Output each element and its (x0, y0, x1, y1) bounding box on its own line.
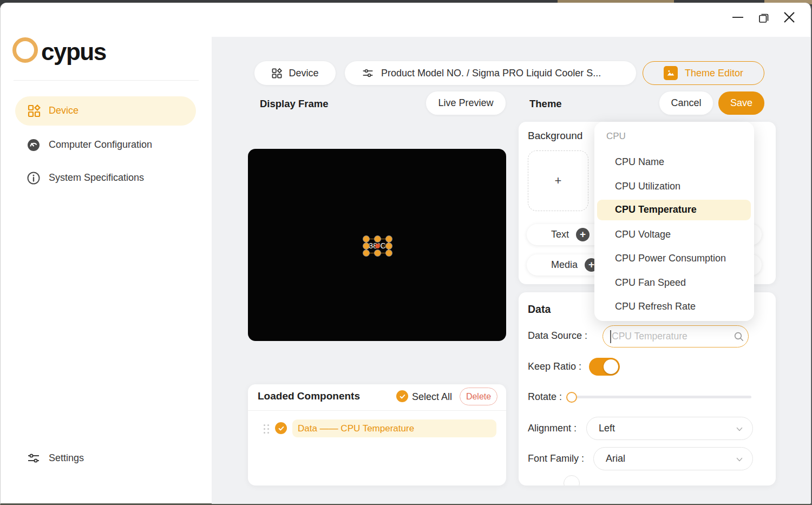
live-preview-label: Live Preview (438, 97, 493, 109)
image-icon (664, 66, 678, 80)
component-checkbox[interactable] (275, 422, 287, 434)
font-family-value: Arial (606, 453, 625, 464)
app-root: cypus Device Computer Configuration Syst… (0, 0, 812, 505)
dropdown-item-cpu-power-consumption[interactable]: CPU Power Consumption (615, 253, 726, 264)
save-button[interactable]: Save (718, 91, 764, 115)
chevron-down-icon (736, 456, 743, 463)
dropdown-item-cpu-utilization[interactable]: CPU Utilization (615, 181, 680, 192)
chevron-down-icon (736, 425, 743, 433)
data-title: Data (528, 303, 551, 316)
delete-button[interactable]: Delete (460, 388, 497, 405)
save-label: Save (730, 97, 752, 109)
resize-handle-w[interactable] (363, 243, 369, 249)
data-panel: Data Data Source : Keep Ratio : Rotate :… (519, 292, 776, 486)
search-icon (734, 331, 744, 342)
check-icon (278, 425, 285, 432)
device-tab-button[interactable]: Device (254, 61, 336, 85)
select-all-label[interactable]: Select All (412, 391, 452, 403)
alignment-select[interactable]: Left (586, 417, 753, 440)
delete-label: Delete (466, 392, 491, 402)
dropdown-item-cpu-name[interactable]: CPU Name (615, 156, 664, 168)
dropdown-group-label: CPU (606, 131, 626, 142)
anchor-point[interactable] (375, 244, 380, 248)
rotate-slider-track[interactable] (572, 396, 751, 398)
select-all-checkbox[interactable] (396, 390, 408, 402)
clipped-control (564, 475, 580, 486)
product-model-selector[interactable]: Product Model NO. / Sigma PRO Liquid Coo… (345, 61, 636, 85)
selected-data-component[interactable]: 38°C (366, 239, 389, 253)
rotate-label: Rotate : (528, 391, 562, 403)
restore-button[interactable] (757, 11, 771, 25)
gauge-icon (27, 138, 41, 152)
dropdown-item-cpu-temperature[interactable]: CPU Temperature (615, 204, 697, 215)
check-icon (399, 393, 406, 400)
toggle-knob (604, 359, 618, 374)
dropdown-item-cpu-refresh-rate[interactable]: CPU Refresh Rate (615, 301, 696, 312)
dropdown-item-cpu-fan-speed[interactable]: CPU Fan Speed (615, 277, 686, 288)
info-icon (27, 171, 41, 185)
product-model-label: Product Model NO. / Sigma PRO Liquid Coo… (381, 68, 601, 79)
sidebar-item-system-specifications-label[interactable]: System Specifications (49, 172, 144, 183)
theme-editor-button[interactable]: Theme Editor (643, 61, 764, 85)
display-preview-canvas[interactable]: 38°C (248, 149, 506, 341)
resize-handle-se[interactable] (386, 250, 392, 256)
logo-circle-icon (12, 37, 38, 63)
background-title: Background (528, 130, 582, 142)
theme-editor-label: Theme Editor (685, 68, 743, 79)
alignment-value: Left (599, 423, 615, 434)
sidebar-divider (14, 80, 199, 81)
sidebar-item-settings[interactable] (15, 448, 196, 470)
device-grid-icon (27, 104, 41, 118)
panel-divider (248, 410, 506, 411)
data-source-input-wrap (603, 325, 749, 347)
plus-circle-icon: + (576, 228, 590, 241)
resize-handle-s[interactable] (375, 250, 381, 256)
rotate-slider-knob[interactable] (566, 392, 577, 403)
cancel-button[interactable]: Cancel (659, 91, 713, 115)
minimize-button[interactable] (731, 11, 745, 24)
logo-text: cypus (41, 38, 106, 66)
loaded-components-title: Loaded Components (258, 390, 360, 402)
font-family-select[interactable]: Arial (593, 447, 753, 470)
alignment-label: Alignment : (528, 423, 577, 434)
resize-handle-n[interactable] (375, 236, 381, 242)
resize-handle-nw[interactable] (363, 236, 369, 242)
sidebar-item-device[interactable] (15, 96, 196, 126)
cancel-label: Cancel (671, 97, 701, 109)
component-list-item[interactable]: Data —— CPU Temperature (292, 419, 496, 437)
sliders-icon (362, 67, 374, 80)
drag-handle[interactable] (264, 424, 269, 434)
sidebar-item-device-label[interactable]: Device (49, 105, 78, 116)
data-source-input[interactable] (612, 326, 732, 346)
display-frame-title: Display Frame (260, 98, 328, 110)
keep-ratio-label: Keep Ratio : (528, 361, 581, 372)
component-item-label: Data —— CPU Temperature (298, 423, 414, 434)
close-button[interactable] (782, 10, 797, 25)
data-source-label: Data Source : (528, 330, 587, 342)
live-preview-button[interactable]: Live Preview (426, 91, 506, 115)
loaded-components-panel: Loaded Components Select All Delete Data… (248, 384, 506, 486)
sliders-icon (27, 451, 41, 465)
add-background-button[interactable]: + (528, 150, 588, 211)
device-grid-icon (271, 68, 283, 79)
theme-title: Theme (529, 98, 562, 110)
resize-handle-ne[interactable] (386, 236, 392, 242)
keep-ratio-toggle[interactable] (589, 358, 620, 376)
resize-handle-e[interactable] (386, 243, 392, 249)
add-media-label: Media (551, 259, 578, 271)
sidebar-item-computer-configuration-label[interactable]: Computer Configuration (49, 139, 152, 150)
device-tab-label: Device (289, 68, 318, 79)
resize-handle-sw[interactable] (363, 250, 369, 256)
add-text-label: Text (551, 229, 569, 240)
data-source-dropdown: CPU CPU Name CPU Utilization CPU Tempera… (594, 122, 754, 321)
font-family-label: Font Family : (528, 453, 584, 464)
sidebar-item-settings-label[interactable]: Settings (49, 452, 84, 464)
text-caret (610, 330, 611, 343)
dropdown-item-cpu-voltage[interactable]: CPU Voltage (615, 229, 671, 240)
plus-icon: + (555, 174, 562, 188)
